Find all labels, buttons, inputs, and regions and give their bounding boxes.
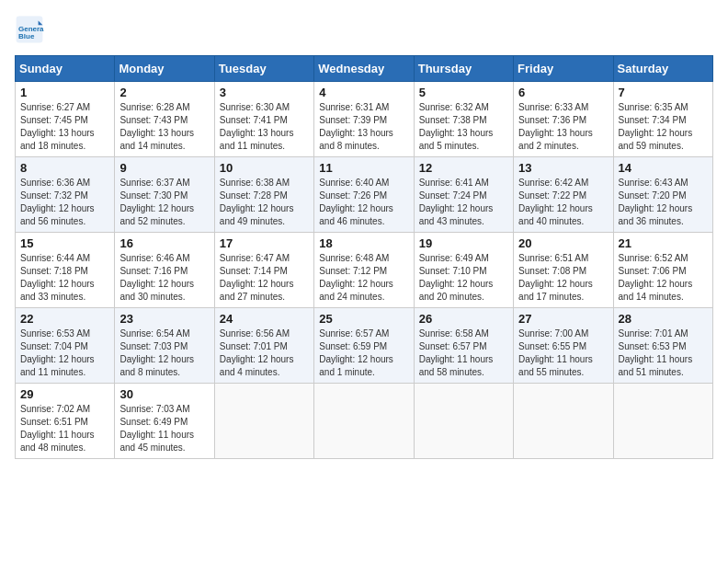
day-cell: 5Sunrise: 6:32 AM Sunset: 7:38 PM Daylig… — [414, 82, 513, 157]
calendar-header-row: SundayMondayTuesdayWednesdayThursdayFrid… — [16, 56, 713, 82]
day-info: Sunrise: 6:28 AM Sunset: 7:43 PM Dayligh… — [119, 101, 209, 153]
day-info: Sunrise: 6:54 AM Sunset: 7:03 PM Dayligh… — [119, 327, 209, 379]
day-info: Sunrise: 6:27 AM Sunset: 7:45 PM Dayligh… — [20, 101, 109, 153]
week-row-4: 22Sunrise: 6:53 AM Sunset: 7:04 PM Dayli… — [16, 308, 713, 384]
day-info: Sunrise: 6:51 AM Sunset: 7:08 PM Dayligh… — [518, 252, 608, 304]
day-number: 17 — [220, 236, 309, 250]
svg-text:Blue: Blue — [18, 32, 35, 40]
day-cell: 1Sunrise: 6:27 AM Sunset: 7:45 PM Daylig… — [16, 82, 115, 157]
day-cell — [314, 384, 414, 459]
header-saturday: Saturday — [613, 56, 712, 82]
week-row-3: 15Sunrise: 6:44 AM Sunset: 7:18 PM Dayli… — [16, 233, 713, 308]
day-number: 10 — [220, 161, 309, 175]
day-number: 2 — [119, 86, 209, 99]
day-info: Sunrise: 6:46 AM Sunset: 7:16 PM Dayligh… — [119, 252, 209, 304]
day-cell: 17Sunrise: 6:47 AM Sunset: 7:14 PM Dayli… — [214, 233, 313, 308]
day-info: Sunrise: 6:43 AM Sunset: 7:20 PM Dayligh… — [619, 177, 708, 228]
day-info: Sunrise: 6:30 AM Sunset: 7:41 PM Dayligh… — [220, 101, 309, 153]
day-info: Sunrise: 6:36 AM Sunset: 7:32 PM Dayligh… — [20, 177, 109, 228]
day-number: 30 — [119, 387, 209, 401]
week-row-5: 29Sunrise: 7:02 AM Sunset: 6:51 PM Dayli… — [16, 384, 713, 459]
header-thursday: Thursday — [414, 56, 513, 82]
day-info: Sunrise: 6:48 AM Sunset: 7:12 PM Dayligh… — [319, 252, 408, 304]
day-cell: 3Sunrise: 6:30 AM Sunset: 7:41 PM Daylig… — [214, 82, 313, 157]
day-info: Sunrise: 6:35 AM Sunset: 7:34 PM Dayligh… — [619, 101, 708, 153]
page-header: General Blue — [15, 15, 713, 44]
day-number: 25 — [319, 312, 408, 326]
day-number: 1 — [20, 86, 109, 99]
day-number: 5 — [419, 86, 508, 99]
day-cell: 26Sunrise: 6:58 AM Sunset: 6:57 PM Dayli… — [414, 308, 513, 384]
day-cell: 2Sunrise: 6:28 AM Sunset: 7:43 PM Daylig… — [115, 82, 214, 157]
day-number: 22 — [20, 312, 109, 326]
day-info: Sunrise: 6:53 AM Sunset: 7:04 PM Dayligh… — [20, 327, 109, 379]
day-number: 19 — [419, 236, 508, 250]
day-cell — [214, 384, 313, 459]
day-cell: 4Sunrise: 6:31 AM Sunset: 7:39 PM Daylig… — [314, 82, 414, 157]
day-info: Sunrise: 6:42 AM Sunset: 7:22 PM Dayligh… — [518, 177, 608, 228]
week-row-2: 8Sunrise: 6:36 AM Sunset: 7:32 PM Daylig… — [16, 157, 713, 233]
day-number: 4 — [319, 86, 408, 99]
day-cell — [414, 384, 513, 459]
week-row-1: 1Sunrise: 6:27 AM Sunset: 7:45 PM Daylig… — [16, 82, 713, 157]
header-friday: Friday — [514, 56, 613, 82]
day-cell: 18Sunrise: 6:48 AM Sunset: 7:12 PM Dayli… — [314, 233, 414, 308]
day-cell: 30Sunrise: 7:03 AM Sunset: 6:49 PM Dayli… — [115, 384, 214, 459]
day-cell: 25Sunrise: 6:57 AM Sunset: 6:59 PM Dayli… — [314, 308, 414, 384]
day-number: 28 — [619, 312, 708, 326]
day-cell — [514, 384, 613, 459]
day-info: Sunrise: 6:52 AM Sunset: 7:06 PM Dayligh… — [619, 252, 708, 304]
day-number: 14 — [619, 161, 708, 175]
day-number: 27 — [518, 312, 608, 326]
day-cell: 10Sunrise: 6:38 AM Sunset: 7:28 PM Dayli… — [214, 157, 313, 233]
day-info: Sunrise: 6:31 AM Sunset: 7:39 PM Dayligh… — [319, 101, 408, 153]
day-number: 6 — [518, 86, 608, 99]
day-cell: 16Sunrise: 6:46 AM Sunset: 7:16 PM Dayli… — [115, 233, 214, 308]
day-cell: 9Sunrise: 6:37 AM Sunset: 7:30 PM Daylig… — [115, 157, 214, 233]
day-cell: 24Sunrise: 6:56 AM Sunset: 7:01 PM Dayli… — [214, 308, 313, 384]
day-cell: 19Sunrise: 6:49 AM Sunset: 7:10 PM Dayli… — [414, 233, 513, 308]
day-cell: 13Sunrise: 6:42 AM Sunset: 7:22 PM Dayli… — [514, 157, 613, 233]
day-info: Sunrise: 7:02 AM Sunset: 6:51 PM Dayligh… — [20, 403, 109, 454]
header-tuesday: Tuesday — [214, 56, 313, 82]
day-cell: 7Sunrise: 6:35 AM Sunset: 7:34 PM Daylig… — [613, 82, 712, 157]
day-info: Sunrise: 6:33 AM Sunset: 7:36 PM Dayligh… — [518, 101, 608, 153]
day-cell — [613, 384, 712, 459]
header-sunday: Sunday — [16, 56, 115, 82]
day-cell: 23Sunrise: 6:54 AM Sunset: 7:03 PM Dayli… — [115, 308, 214, 384]
day-cell: 28Sunrise: 7:01 AM Sunset: 6:53 PM Dayli… — [613, 308, 712, 384]
day-info: Sunrise: 6:32 AM Sunset: 7:38 PM Dayligh… — [419, 101, 508, 153]
logo-icon: General Blue — [15, 15, 44, 44]
day-info: Sunrise: 6:56 AM Sunset: 7:01 PM Dayligh… — [220, 327, 309, 379]
day-cell: 14Sunrise: 6:43 AM Sunset: 7:20 PM Dayli… — [613, 157, 712, 233]
day-info: Sunrise: 6:38 AM Sunset: 7:28 PM Dayligh… — [220, 177, 309, 228]
day-cell: 12Sunrise: 6:41 AM Sunset: 7:24 PM Dayli… — [414, 157, 513, 233]
day-info: Sunrise: 6:41 AM Sunset: 7:24 PM Dayligh… — [419, 177, 508, 228]
day-cell: 21Sunrise: 6:52 AM Sunset: 7:06 PM Dayli… — [613, 233, 712, 308]
day-info: Sunrise: 7:00 AM Sunset: 6:55 PM Dayligh… — [518, 327, 608, 379]
day-number: 9 — [119, 161, 209, 175]
day-number: 11 — [319, 161, 408, 175]
day-number: 3 — [220, 86, 309, 99]
day-cell: 20Sunrise: 6:51 AM Sunset: 7:08 PM Dayli… — [514, 233, 613, 308]
day-cell: 11Sunrise: 6:40 AM Sunset: 7:26 PM Dayli… — [314, 157, 414, 233]
day-number: 15 — [20, 236, 109, 250]
day-number: 16 — [119, 236, 209, 250]
day-cell: 8Sunrise: 6:36 AM Sunset: 7:32 PM Daylig… — [16, 157, 115, 233]
day-info: Sunrise: 6:44 AM Sunset: 7:18 PM Dayligh… — [20, 252, 109, 304]
day-number: 24 — [220, 312, 309, 326]
header-monday: Monday — [115, 56, 214, 82]
logo: General Blue — [15, 15, 48, 44]
day-number: 18 — [319, 236, 408, 250]
day-info: Sunrise: 6:47 AM Sunset: 7:14 PM Dayligh… — [220, 252, 309, 304]
day-info: Sunrise: 6:57 AM Sunset: 6:59 PM Dayligh… — [319, 327, 408, 379]
day-cell: 27Sunrise: 7:00 AM Sunset: 6:55 PM Dayli… — [514, 308, 613, 384]
day-number: 23 — [119, 312, 209, 326]
day-number: 21 — [619, 236, 708, 250]
day-number: 20 — [518, 236, 608, 250]
day-info: Sunrise: 6:49 AM Sunset: 7:10 PM Dayligh… — [419, 252, 508, 304]
day-info: Sunrise: 7:01 AM Sunset: 6:53 PM Dayligh… — [619, 327, 708, 379]
day-cell: 22Sunrise: 6:53 AM Sunset: 7:04 PM Dayli… — [16, 308, 115, 384]
day-number: 7 — [619, 86, 708, 99]
day-cell: 15Sunrise: 6:44 AM Sunset: 7:18 PM Dayli… — [16, 233, 115, 308]
